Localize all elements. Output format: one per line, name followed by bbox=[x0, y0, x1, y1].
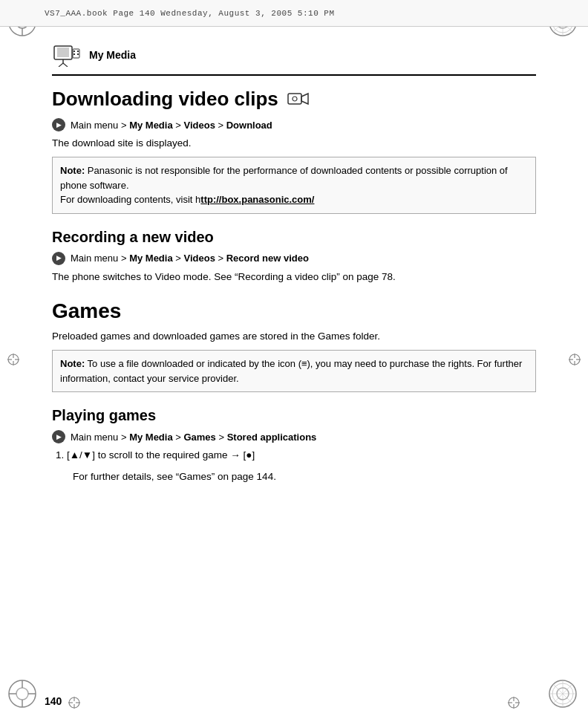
nav-arrow-icon-3: ▶ bbox=[52, 430, 65, 443]
page-header: VS7_AAA.book Page 140 Wednesday, August … bbox=[0, 0, 588, 27]
svg-rect-43 bbox=[74, 53, 75, 55]
svg-rect-42 bbox=[74, 51, 75, 52]
recording-menu-path: ▶ Main menu > My Media > Videos > Record… bbox=[52, 252, 536, 265]
svg-line-39 bbox=[59, 63, 63, 67]
section-header: My Media bbox=[52, 42, 536, 76]
svg-marker-47 bbox=[301, 94, 308, 104]
playing-games-section: Playing games ▶ Main menu > My Media > G… bbox=[52, 407, 536, 484]
games-note-label: Note: bbox=[60, 358, 85, 369]
crosshair-bottom-left bbox=[67, 695, 82, 710]
header-text: VS7_AAA.book Page 140 Wednesday, August … bbox=[45, 9, 335, 18]
my-media-icon bbox=[52, 42, 82, 68]
games-heading: Games bbox=[52, 299, 536, 323]
step-1-indent: For further details, see “Games” on page… bbox=[73, 469, 536, 484]
svg-rect-46 bbox=[288, 94, 301, 104]
note-label-1: Note: bbox=[60, 165, 85, 176]
corner-decoration-br bbox=[546, 677, 582, 713]
crosshair-left bbox=[6, 352, 21, 367]
svg-line-40 bbox=[63, 63, 68, 67]
svg-rect-37 bbox=[57, 48, 69, 57]
note-line-2: For downloading contents, visit http://b… bbox=[60, 192, 528, 207]
crosshair-right bbox=[567, 352, 582, 367]
svg-rect-44 bbox=[77, 51, 79, 52]
games-note-box: Note: To use a file downloaded or indica… bbox=[52, 350, 536, 392]
note-line-1: Note: Panasonic is not responsible for t… bbox=[60, 163, 528, 192]
recording-menu-path-text: Main menu > My Media > Videos > Record n… bbox=[71, 253, 309, 264]
menu-path-text: Main menu > My Media > Videos > Download bbox=[71, 120, 272, 131]
main-content: My Media Downloading video clips ▶ Main … bbox=[45, 27, 543, 689]
crosshair-bottom-right bbox=[506, 695, 521, 710]
corner-decoration-bl bbox=[6, 677, 42, 713]
games-note-text: To use a file downloaded or indicated by… bbox=[60, 358, 522, 384]
step-1: [▲/▼] to scroll to the required game → [… bbox=[67, 448, 536, 463]
downloading-heading: Downloading video clips bbox=[52, 88, 536, 111]
page-number: 140 bbox=[45, 695, 62, 707]
recording-heading: Recording a new video bbox=[52, 229, 536, 246]
games-body: Preloaded games and downloaded games are… bbox=[52, 329, 536, 344]
nav-arrow-icon: ▶ bbox=[52, 118, 65, 131]
playing-games-menu-path: ▶ Main menu > My Media > Games > Stored … bbox=[52, 430, 536, 443]
svg-rect-45 bbox=[77, 53, 79, 55]
nav-arrow-icon-2: ▶ bbox=[52, 252, 65, 265]
playing-games-heading: Playing games bbox=[52, 407, 536, 424]
svg-point-48 bbox=[293, 97, 297, 101]
note-text-1: Panasonic is not responsible for the per… bbox=[60, 165, 508, 191]
recording-body: The phone switches to Video mode. See “R… bbox=[52, 270, 536, 284]
downloading-section: Downloading video clips ▶ Main menu > My… bbox=[52, 88, 536, 214]
panasonic-link: ttp://box.panasonic.com/ bbox=[200, 194, 314, 205]
downloading-menu-path: ▶ Main menu > My Media > Videos > Downlo… bbox=[52, 118, 536, 131]
svg-point-14 bbox=[16, 688, 28, 700]
playing-games-steps: [▲/▼] to scroll to the required game → [… bbox=[67, 448, 536, 463]
step-1-text: [▲/▼] to scroll to the required game → [… bbox=[67, 449, 255, 461]
downloading-note-box: Note: Panasonic is not responsible for t… bbox=[52, 157, 536, 214]
section-header-title: My Media bbox=[89, 49, 136, 61]
downloading-body: The download site is displayed. bbox=[52, 136, 536, 151]
games-section: Games Preloaded games and downloaded gam… bbox=[52, 299, 536, 392]
recording-section: Recording a new video ▶ Main menu > My M… bbox=[52, 229, 536, 284]
playing-games-menu-path-text: Main menu > My Media > Games > Stored ap… bbox=[71, 432, 316, 443]
note-link-text: For downloading contents, visit http://b… bbox=[60, 194, 314, 205]
